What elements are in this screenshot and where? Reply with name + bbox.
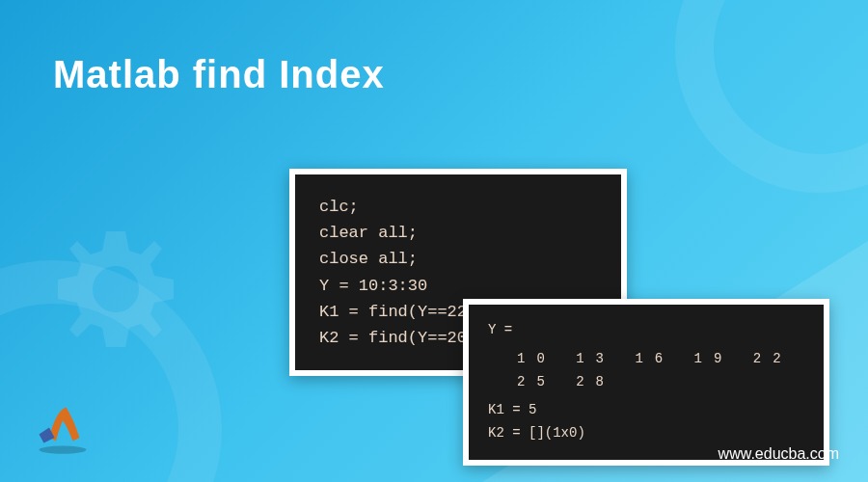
website-url: www.educba.com bbox=[719, 445, 839, 463]
output-line: Y = bbox=[488, 319, 804, 342]
code-line: clc; bbox=[319, 194, 597, 220]
gear-icon bbox=[19, 193, 212, 386]
output-values: 10 13 16 19 22 25 28 bbox=[488, 348, 804, 394]
bg-decoration-circle-1 bbox=[675, 0, 868, 193]
output-line: K2 = [](1x0) bbox=[488, 422, 804, 445]
code-line: close all; bbox=[319, 246, 597, 272]
code-line: Y = 10:3:30 bbox=[319, 273, 597, 299]
output-line: K1 = 5 bbox=[488, 399, 804, 422]
code-line: clear all; bbox=[319, 220, 597, 246]
matlab-logo-icon bbox=[29, 390, 96, 458]
svg-point-0 bbox=[40, 445, 87, 453]
code-output-block: Y = 10 13 16 19 22 25 28 K1 = 5 K2 = [](… bbox=[463, 299, 829, 466]
page-title: Matlab find Index bbox=[53, 53, 385, 96]
